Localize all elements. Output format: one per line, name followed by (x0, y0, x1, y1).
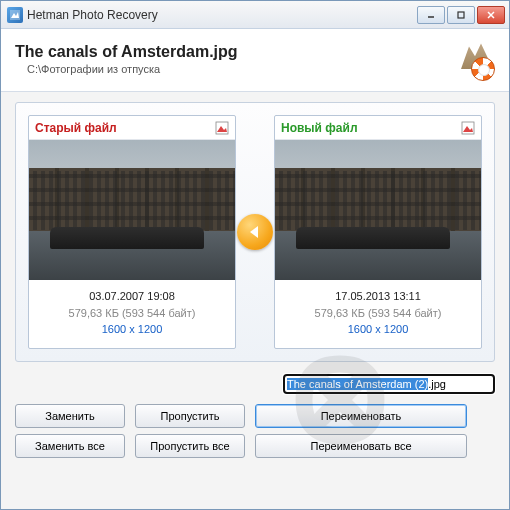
titlebar: Hetman Photo Recovery (1, 1, 509, 29)
old-file-size: 579,63 КБ (593 544 байт) (33, 305, 231, 322)
old-file-dimensions: 1600 x 1200 (33, 321, 231, 338)
recovery-icon (451, 37, 495, 81)
app-icon (7, 7, 23, 23)
rename-button[interactable]: Переименовать (255, 404, 467, 428)
old-file-label: Старый файл (35, 121, 215, 135)
old-file-thumbnail (29, 140, 235, 280)
replace-button[interactable]: Заменить (15, 404, 125, 428)
rename-input[interactable] (283, 374, 495, 394)
compare-panel: Старый файл 03.07.2007 19:08 579,63 КБ (… (15, 102, 495, 362)
old-file-panel: Старый файл 03.07.2007 19:08 579,63 КБ (… (28, 115, 236, 349)
image-icon (215, 121, 229, 135)
file-path: C:\Фотографии из отпуска (15, 63, 451, 75)
main-content: Старый файл 03.07.2007 19:08 579,63 КБ (… (1, 92, 509, 509)
new-file-label: Новый файл (281, 121, 461, 135)
close-button[interactable] (477, 6, 505, 24)
new-file-dimensions: 1600 x 1200 (279, 321, 477, 338)
replace-all-button[interactable]: Заменить все (15, 434, 125, 458)
svg-marker-8 (250, 226, 258, 238)
new-file-date: 17.05.2013 13:11 (279, 288, 477, 305)
minimize-button[interactable] (417, 6, 445, 24)
new-file-thumbnail (275, 140, 481, 280)
dialog-window: Hetman Photo Recovery The canals of Amst… (0, 0, 510, 510)
arrow-left-icon (237, 214, 273, 250)
new-file-size: 579,63 КБ (593 544 байт) (279, 305, 477, 322)
new-file-panel: Новый файл 17.05.2013 13:11 579,63 КБ (5… (274, 115, 482, 349)
skip-button[interactable]: Пропустить (135, 404, 245, 428)
svg-rect-3 (458, 12, 464, 18)
image-icon (461, 121, 475, 135)
old-file-date: 03.07.2007 19:08 (33, 288, 231, 305)
file-name: The canals of Amsterdam.jpg (15, 43, 451, 61)
window-controls (417, 6, 505, 24)
button-row: Заменить Заменить все Пропустить Пропуст… (15, 404, 495, 458)
window-title: Hetman Photo Recovery (23, 8, 417, 22)
rename-all-button[interactable]: Переименовать все (255, 434, 467, 458)
maximize-button[interactable] (447, 6, 475, 24)
skip-all-button[interactable]: Пропустить все (135, 434, 245, 458)
header: The canals of Amsterdam.jpg C:\Фотографи… (1, 29, 509, 92)
